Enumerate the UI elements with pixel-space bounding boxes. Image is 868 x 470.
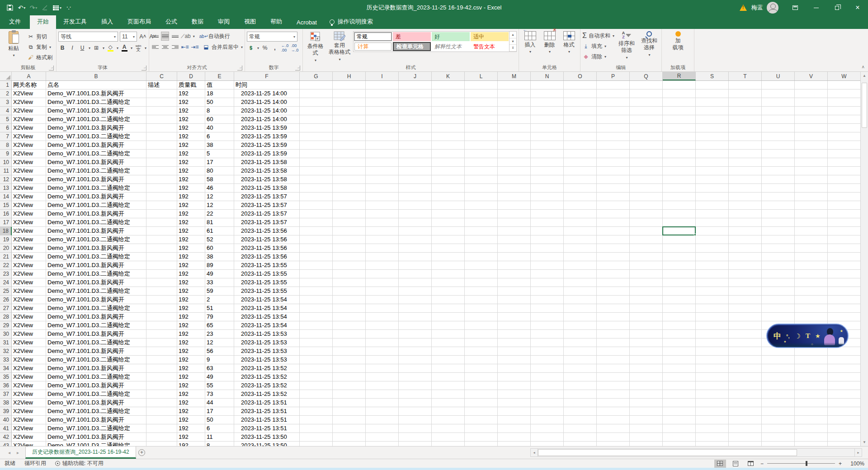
cell-B26[interactable]: Demo_W7.1001.D3.新风阀开 [46,296,146,304]
cell-V18[interactable] [795,227,828,235]
cell-I40[interactable] [366,416,399,424]
cell-L41[interactable] [465,424,498,433]
cell-Q16[interactable] [630,210,663,218]
cell-O22[interactable] [564,261,597,270]
ime-moon-icon[interactable]: ☽ [794,332,800,340]
cell-P15[interactable] [597,201,630,210]
cell-W4[interactable] [828,107,860,115]
cell-H22[interactable] [333,261,366,270]
cell-J29[interactable] [399,321,432,330]
cell-M30[interactable] [498,330,531,338]
paste-button[interactable]: 粘贴▾ [2,30,25,57]
cell-U22[interactable] [762,261,795,270]
save-icon[interactable] [5,2,15,14]
cell-L27[interactable] [465,304,498,313]
cell-F39[interactable]: 2023-11-25 13:51 [234,407,300,416]
cell-B40[interactable]: Demo_W7.1001.D3.新风阀开 [46,416,146,424]
cell-F16[interactable]: 2023-11-25 13:57 [234,210,300,218]
cell-B41[interactable]: Demo_W7.1001.D3.二通阀给定 [46,424,146,433]
cell-H14[interactable] [333,193,366,201]
cell-T3[interactable] [729,98,762,107]
cell-T27[interactable] [729,304,762,313]
cell-A32[interactable]: X2View [12,347,46,356]
cell-K33[interactable] [432,356,465,364]
borders-icon[interactable]: ⊞ [92,43,100,52]
cell-D7[interactable]: 192 [177,132,205,141]
cell-R5[interactable] [663,115,696,124]
cell-G6[interactable] [300,124,333,132]
cell-P6[interactable] [597,124,630,132]
cell-L13[interactable] [465,184,498,193]
row-header-42[interactable]: 42 [0,433,12,442]
cell-W7[interactable] [828,132,860,141]
cell-Q23[interactable] [630,270,663,278]
align-right-icon[interactable] [171,42,179,52]
align-top-icon[interactable] [151,32,159,41]
cell-W13[interactable] [828,184,860,193]
cell-J9[interactable] [399,150,432,158]
cell-D38[interactable]: 192 [177,399,205,407]
cell-M5[interactable] [498,115,531,124]
cell-I4[interactable] [366,107,399,115]
cell-M38[interactable] [498,399,531,407]
table-tool-icon[interactable]: ▾ [52,2,62,14]
cell-A30[interactable]: X2View [12,330,46,338]
format-cells-button[interactable]: 格式▾ [560,30,578,54]
cell-S32[interactable] [696,347,729,356]
cell-S42[interactable] [696,433,729,442]
cell-C43[interactable] [146,442,177,446]
cell-P10[interactable] [597,158,630,167]
cell-A39[interactable]: X2View [12,407,46,416]
cell-F18[interactable]: 2023-11-25 13:56 [234,227,300,235]
cell-V35[interactable] [795,373,828,381]
cell-N26[interactable] [531,296,564,304]
cell-G41[interactable] [300,424,333,433]
cell-N7[interactable] [531,132,564,141]
cell-J23[interactable] [399,270,432,278]
delete-cells-button[interactable]: 删除▾ [540,30,559,54]
cell-W32[interactable] [828,347,860,356]
cell-P12[interactable] [597,175,630,184]
cell-J22[interactable] [399,261,432,270]
cell-N20[interactable] [531,244,564,253]
cell-F21[interactable]: 2023-11-25 13:56 [234,253,300,261]
column-header-S[interactable]: S [696,72,729,80]
dialog-launcher-icon[interactable] [49,66,54,70]
cell-B37[interactable]: Demo_W7.1001.D3.二通阀给定 [46,390,146,399]
cell-K3[interactable] [432,98,465,107]
cell-S25[interactable] [696,287,729,296]
cell-H11[interactable] [333,167,366,175]
cell-K29[interactable] [432,321,465,330]
zoom-out-icon[interactable]: − [760,461,764,467]
cell-P3[interactable] [597,98,630,107]
cell-J32[interactable] [399,347,432,356]
cell-O35[interactable] [564,373,597,381]
cell-K6[interactable] [432,124,465,132]
cell-D39[interactable]: 192 [177,407,205,416]
cell-V2[interactable] [795,89,828,98]
cell-M25[interactable] [498,287,531,296]
cell-G35[interactable] [300,373,333,381]
cell-M21[interactable] [498,253,531,261]
cell-V27[interactable] [795,304,828,313]
cell-W19[interactable] [828,235,860,244]
cell-C32[interactable] [146,347,177,356]
ribbon-tab-开发工具[interactable]: 开发工具 [56,15,94,29]
cell-A41[interactable]: X2View [12,424,46,433]
sort-filter-button[interactable]: AZ 排序和筛选▾ [616,30,637,61]
cell-E11[interactable]: 80 [205,167,234,175]
format-as-table-button[interactable]: 套用表格格式▾ [328,30,351,62]
cell-E13[interactable]: 46 [205,184,234,193]
cell-E32[interactable]: 56 [205,347,234,356]
ime-chinese-mode-icon[interactable]: 中 [774,331,781,341]
cell-E2[interactable]: 18 [205,89,234,98]
cell-B13[interactable]: Demo_W7.1001.D3.二通阀给定 [46,184,146,193]
cell-U5[interactable] [762,115,795,124]
cell-R14[interactable] [663,193,696,201]
cell-J2[interactable] [399,89,432,98]
cell-C25[interactable] [146,287,177,296]
cell-T22[interactable] [729,261,762,270]
cell-M36[interactable] [498,381,531,390]
cell-N1[interactable] [531,81,564,89]
cell-T7[interactable] [729,132,762,141]
